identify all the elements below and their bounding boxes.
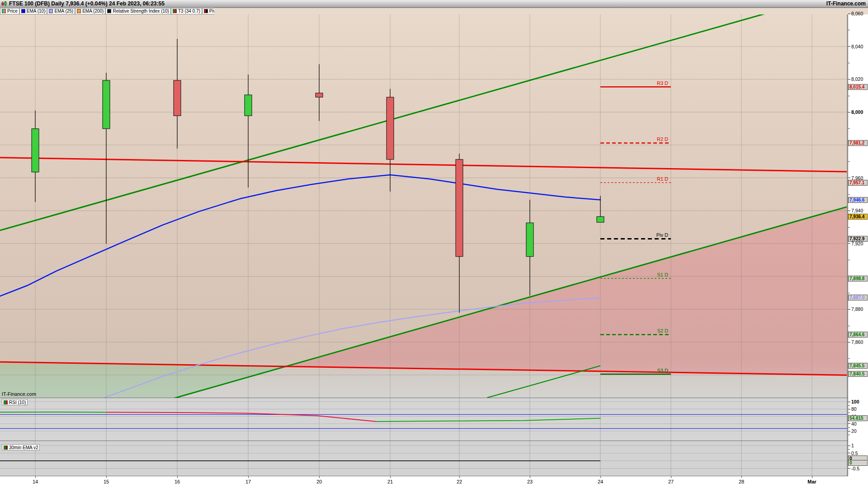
price-badge-7-922-9: 7,922.9	[848, 236, 868, 242]
date-label-27: 27	[668, 479, 674, 484]
price-axis[interactable]: 8,0608,0408,0208,0007,9607,9407,9207,880…	[848, 14, 868, 476]
relative-strength-index-10-swatch-icon	[107, 9, 111, 13]
price-badge-7-957-1: 7,957.1	[848, 180, 868, 186]
legend-item-ema-10[interactable]: EMA (10)	[19, 8, 47, 14]
candlestick-icon	[1, 1, 7, 6]
brand-label: IT-Finance.com	[826, 0, 866, 7]
rsi-legend-chip[interactable]: RSI (10)	[2, 399, 28, 405]
ema-200-swatch-icon	[77, 9, 81, 13]
chart-title: FTSE 100 (DFB) Daily 7,936.4 (+0.04%) 24…	[9, 0, 165, 7]
price-badge-7-864-6: 7,864.6	[848, 332, 868, 338]
price-badge-7-936-4: 7,936.4	[848, 214, 868, 220]
date-tick	[35, 476, 36, 478]
price-chart-panel[interactable]: R3 DR2 DR1 DPiv DS1 DS2 DS3 DIT-Finance.…	[0, 14, 848, 398]
legend-item-price[interactable]: Price	[0, 8, 19, 14]
date-tick	[390, 476, 391, 478]
price-tick-label: 7,880	[848, 306, 863, 312]
axis-minor-tick	[848, 435, 850, 435]
date-tick	[812, 476, 812, 478]
rsi-tick-label: 80	[848, 406, 857, 412]
legend-item-label: T3 (34 0.7)	[178, 9, 200, 14]
axis-minor-tick	[848, 405, 850, 406]
price-badge-7-887-0: 7,887.0	[848, 295, 868, 300]
ema-10-swatch-icon	[21, 9, 25, 13]
legend-item-label: EMA (10)	[27, 9, 46, 14]
t3-34-0-7-swatch-icon	[173, 9, 177, 13]
rsi-tick-label: 20	[848, 428, 857, 434]
price-swatch-icon	[2, 9, 6, 13]
lower-swatch-icon	[4, 446, 8, 450]
pivot-points-d-swatch-icon	[204, 9, 208, 13]
rsi-tick-label: 40	[848, 421, 857, 427]
legend-item-t3-34-0-7[interactable]: T3 (34 0.7)	[171, 8, 202, 14]
date-tick	[600, 476, 601, 478]
axis-minor-tick	[848, 358, 850, 359]
price-tick-label: 7,940	[848, 208, 863, 214]
lower-legend-chip[interactable]: 30min EMA v2	[2, 444, 40, 450]
price-tick-label: 8,000	[848, 109, 863, 115]
price-tick-label: 7,860	[848, 339, 863, 345]
axis-minor-tick	[848, 427, 850, 428]
rsi-tick-label: 100	[848, 399, 859, 405]
axis-minor-tick	[848, 30, 850, 30]
pivot-label-s2-d: S2 D	[657, 328, 669, 333]
price-tick-label: 8,060	[848, 11, 863, 17]
legend-item-label: Price	[7, 9, 18, 14]
axis-minor-tick	[848, 293, 850, 293]
date-tick	[530, 476, 530, 478]
axis-minor-tick	[848, 96, 850, 96]
date-label-20: 20	[316, 479, 322, 484]
date-label-23: 23	[527, 479, 533, 484]
price-badge-8-015-4: 8,015.4	[848, 84, 868, 90]
date-label-22: 22	[457, 479, 462, 484]
legend-chip-list: PriceEMA (10)EMA (25)EMA (200)Relative S…	[0, 8, 214, 14]
date-tick	[248, 476, 249, 478]
axis-minor-tick	[848, 194, 850, 195]
axis-minor-tick	[848, 449, 850, 450]
title-bar: FTSE 100 (DFB) Daily 7,936.4 (+0.04%) 24…	[0, 0, 868, 8]
date-label-28: 28	[739, 479, 744, 484]
rsi-legend-label: RSI (10)	[9, 400, 26, 405]
date-label-16: 16	[175, 479, 180, 484]
date-label-14: 14	[33, 479, 38, 484]
date-tick	[741, 476, 742, 478]
chart-window: FTSE 100 (DFB) Daily 7,936.4 (+0.04%) 24…	[0, 0, 868, 488]
legend-item-ema-200[interactable]: EMA (200)	[75, 8, 105, 14]
legend-item-relative-strength-index-10[interactable]: Relative Strength Index (10)	[105, 8, 171, 14]
price-badge-7-840-5: 7,840.5	[848, 371, 868, 377]
date-tick	[319, 476, 320, 478]
legend-item-label: EMA (200)	[82, 9, 104, 14]
lower-tick-label: 1	[848, 443, 854, 449]
indicator-legend-bar: PriceEMA (10)EMA (25)EMA (200)Relative S…	[0, 8, 868, 14]
date-axis[interactable]: 1415161720212223242728Mar	[0, 476, 868, 488]
lower-tick-label: -0.5	[848, 465, 859, 471]
axis-minor-tick	[848, 63, 850, 63]
pivot-label-r1-d: R1 D	[657, 176, 668, 182]
axis-minor-tick	[848, 260, 850, 260]
axis-minor-tick	[848, 128, 850, 129]
date-label-21: 21	[387, 479, 393, 484]
price-badge-7-946-6: 7,946.6	[848, 197, 868, 203]
price-badge-7-981-2: 7,981.2	[848, 140, 868, 146]
legend-item-pivot-points-d[interactable]: Pivot points (D)	[202, 8, 214, 14]
pivot-label-r2-d: R2 D	[657, 136, 668, 142]
price-badge-7-845-5: 7,845.5	[848, 363, 868, 369]
lower-indicator-panel[interactable]: 30min EMA v2	[0, 441, 848, 476]
rsi-swatch-icon	[4, 400, 8, 404]
price-tick-label: 8,020	[848, 76, 863, 82]
legend-item-label: Pivot points (D)	[209, 9, 214, 14]
lower-legend-label: 30min EMA v2	[9, 445, 38, 450]
date-label-15: 15	[104, 479, 109, 484]
date-tick	[671, 476, 671, 478]
date-tick	[106, 476, 107, 478]
axis-minor-tick	[848, 326, 850, 326]
axis-minor-tick	[848, 161, 850, 162]
price-badge-0: 0	[848, 460, 868, 466]
date-label-24: 24	[598, 479, 603, 484]
rsi-panel[interactable]: RSI (10)	[0, 398, 848, 441]
legend-item-label: Relative Strength Index (10)	[113, 9, 169, 14]
axis-minor-tick	[848, 227, 850, 228]
legend-bar-spacer	[214, 8, 868, 14]
legend-item-ema-25[interactable]: EMA (25)	[47, 8, 75, 14]
pivot-label-r3-d: R3 D	[657, 80, 668, 86]
